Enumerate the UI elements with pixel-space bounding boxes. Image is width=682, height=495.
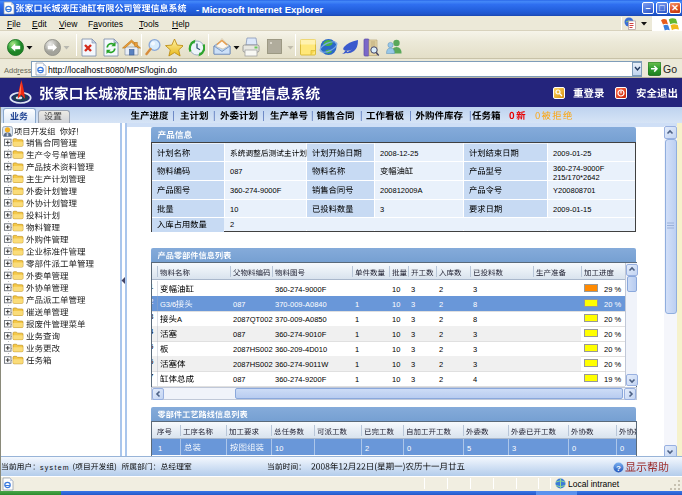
svg-text:?: ? [616, 464, 621, 473]
